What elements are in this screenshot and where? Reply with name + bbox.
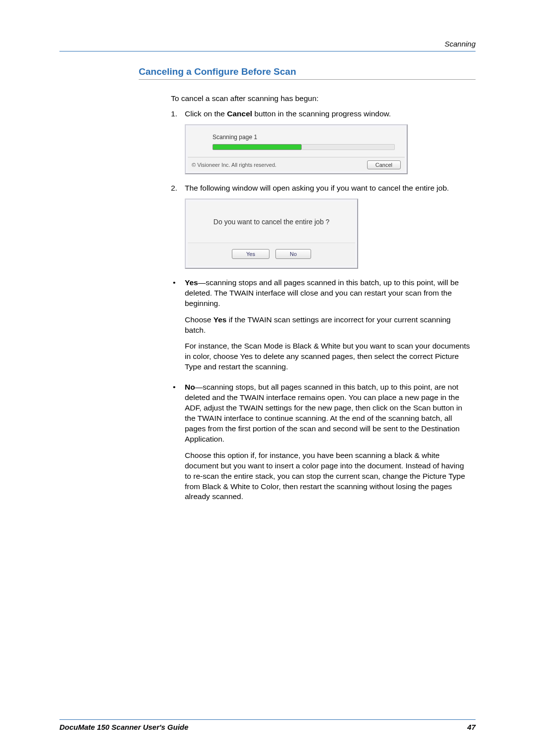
bullet-no-label: No bbox=[185, 383, 195, 391]
no-button[interactable]: No bbox=[275, 249, 311, 259]
section-title: Canceling a Configure Before Scan bbox=[139, 66, 476, 80]
step1-pre: Click on the bbox=[185, 109, 227, 118]
step-text: Click on the Cancel button in the scanni… bbox=[185, 109, 471, 119]
bullet-yes-p2: Choose Yes if the TWAIN scan settings ar… bbox=[185, 315, 471, 336]
step-number: 1. bbox=[171, 109, 185, 119]
progress-bar-fill bbox=[213, 144, 302, 150]
step-2: 2. The following window will open asking… bbox=[171, 183, 471, 194]
bullet-marker: • bbox=[171, 382, 185, 508]
bullet-yes-p1-rest: —scanning stops and all pages scanned in… bbox=[185, 278, 459, 307]
dialog-question: Do you want to cancel the entire job ? bbox=[188, 202, 355, 243]
progress-bar-row bbox=[188, 142, 405, 152]
copyright-text: © Visioneer Inc. All rights reserved. bbox=[192, 161, 276, 169]
bullet-yes-p2-bold: Yes bbox=[214, 315, 227, 324]
intro-text: To cancel a scan after scanning has begu… bbox=[171, 94, 471, 104]
step-text: The following window will open asking yo… bbox=[185, 183, 471, 194]
screenshot-progress-window: Scanning page 1 © Visioneer Inc. All rig… bbox=[185, 124, 408, 174]
step-1: 1. Click on the Cancel button in the sca… bbox=[171, 109, 471, 119]
step1-post: button in the scanning progress window. bbox=[252, 109, 391, 118]
progress-status-text: Scanning page 1 bbox=[188, 127, 405, 142]
bullet-no-p2: Choose this option if, for instance, you… bbox=[185, 451, 471, 503]
bullet-yes-p3: For instance, the Scan Mode is Black & W… bbox=[185, 341, 471, 372]
yes-button[interactable]: Yes bbox=[232, 249, 269, 259]
bullet-marker: • bbox=[171, 278, 185, 378]
bullet-no: • No—scanning stops, but all pages scann… bbox=[171, 382, 471, 508]
progress-bar-track bbox=[302, 144, 395, 150]
bullet-yes-label: Yes bbox=[185, 278, 198, 287]
footer-doc-title: DocuMate 150 Scanner User's Guide bbox=[59, 723, 188, 731]
footer-page-number: 47 bbox=[467, 723, 476, 731]
page-footer: DocuMate 150 Scanner User's Guide 47 bbox=[59, 719, 476, 731]
bullet-yes: • Yes—scanning stops and all pages scann… bbox=[171, 278, 471, 378]
bullet-yes-p2-pre: Choose bbox=[185, 315, 214, 324]
cancel-button[interactable]: Cancel bbox=[367, 160, 401, 169]
bullet-no-p1-rest: —scanning stops, but all pages scanned i… bbox=[185, 383, 462, 443]
step-number: 2. bbox=[171, 183, 185, 194]
screenshot-confirm-dialog: Do you want to cancel the entire job ? Y… bbox=[185, 199, 358, 269]
bullet-yes-p1: Yes—scanning stops and all pages scanned… bbox=[185, 278, 471, 309]
page-header-section: Scanning bbox=[59, 40, 476, 51]
step1-bold: Cancel bbox=[227, 109, 252, 118]
bullet-no-p1: No—scanning stops, but all pages scanned… bbox=[185, 382, 471, 445]
